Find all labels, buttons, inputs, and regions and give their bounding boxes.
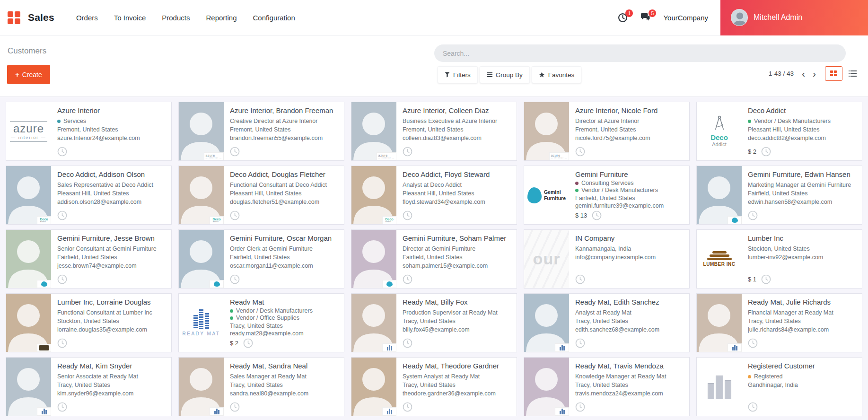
customer-card[interactable]: Ready Mat, Travis MendozaKnowledge Manag… [524,357,690,416]
email: addison.olson28@example.com [57,198,167,206]
group-by-button[interactable]: Group By [480,66,530,83]
pager-prev-icon[interactable]: ‹ [799,69,807,79]
job-title: Production Supervisor at Ready Mat [403,308,512,317]
customer-card[interactable]: ourIN CompanyKannamangala, Indiainfo@com… [524,229,690,289]
activity-clock-icon[interactable] [575,147,585,157]
messages-icon[interactable]: 5 [640,13,651,22]
activity-clock-icon[interactable] [403,274,412,284]
customer-card[interactable]: Ready Mat, Kim SnyderSenior Associate at… [6,357,172,416]
location: Fremont, United States [230,125,339,134]
in-company-logo: our [524,230,569,288]
activity-clock-icon[interactable] [592,210,602,220]
job-title: Director at Azure Interior [575,117,684,125]
pager-range: 1-43 / 43 [769,70,794,77]
activity-clock-icon[interactable] [403,402,412,412]
customer-card[interactable]: Ready Mat, Billy FoxProduction Superviso… [351,293,517,352]
company-badge-deco: DecoAddict [382,216,396,224]
messages-badge: 5 [649,9,656,17]
contact-photo: DecoAddict [6,166,51,224]
user-name: Mitchell Admin [754,13,802,22]
amount-badge: $ 13 [575,212,587,219]
activity-clock-icon[interactable] [748,210,758,220]
email: oscar.morgan11@example.com [230,262,339,270]
activity-clock-icon[interactable] [230,210,240,220]
activity-clock-icon[interactable] [575,402,585,412]
company-badge-readymat [728,343,742,352]
customer-card[interactable]: Lumber Inc, Lorraine DouglasFunctional C… [6,293,172,352]
activity-clock-icon[interactable] [403,147,412,157]
customer-card[interactable]: azure— interior —Azure Interior, Brandon… [178,102,344,161]
customer-card[interactable]: Ready Mat, Sandra NealSales Manager at R… [178,357,344,416]
activity-clock-icon[interactable] [57,210,67,220]
location: Fairfield, United States [575,194,684,201]
company-badge-azure: azure— interior — [204,152,224,160]
activity-clock-icon[interactable] [403,338,412,348]
activity-clock-icon[interactable] [230,274,240,284]
activity-clock-icon[interactable] [761,147,771,157]
activity-clock-icon[interactable] [230,402,240,412]
filters-button[interactable]: Filters [438,66,478,83]
customer-card[interactable]: DecoAddictDeco Addict, Addison OlsonSale… [6,166,172,225]
customer-card[interactable]: Ready Mat, Edith SanchezAnalyst at Ready… [524,293,690,352]
customer-card[interactable]: GeminiFurnitureGemini FurnitureConsultin… [524,166,690,225]
activity-clock-icon[interactable] [57,147,67,157]
menu-item-configuration[interactable]: Configuration [252,11,296,25]
activity-clock-icon[interactable] [57,274,67,284]
favorites-button[interactable]: Favorites [532,66,582,83]
menu-item-products[interactable]: Products [161,11,191,25]
lumber-inc-logo: LUMBER INC [703,251,736,267]
activity-clock-icon[interactable] [761,274,771,284]
activity-clock-icon[interactable] [57,338,67,348]
email: floyd.steward34@example.com [403,198,512,206]
email: deco.addict82@example.com [748,134,857,142]
activity-clock-icon[interactable]: 1 [618,13,628,23]
customer-card[interactable]: DecoAddictDeco AddictVendor / Desk Manuf… [696,102,862,161]
activity-clock-icon[interactable] [230,147,240,157]
customer-card[interactable]: Ready Mat, Julie RichardsFinancial Manag… [696,293,862,352]
customer-card[interactable]: Registered CustomerRegisteredGandhinagar… [696,357,862,416]
list-view-button[interactable] [845,66,859,81]
customer-card[interactable]: LUMBER INCLumber IncStockton, United Sta… [696,229,862,289]
location: Fairfield, United States [57,253,167,262]
kanban-view-button[interactable] [825,66,842,81]
activity-clock-icon[interactable] [403,210,412,220]
menu-item-reporting[interactable]: Reporting [205,11,237,25]
customer-card[interactable]: DecoAddictDeco Addict, Floyd StewardAnal… [351,166,517,225]
activity-clock-icon[interactable] [748,338,758,348]
tag-dot [230,309,233,313]
activity-clock-icon[interactable] [57,402,67,412]
customer-card[interactable]: azure— interior —Azure Interior, Nicole … [524,102,690,161]
activity-clock-icon[interactable] [243,338,253,348]
email: julie.richards84@example.com [748,325,857,334]
contact-photo [351,358,396,416]
customer-card[interactable]: Gemini Furniture, Edwin HansenMarketing … [696,166,862,225]
search-input[interactable] [434,44,846,62]
customer-card[interactable]: Gemini Furniture, Jesse BrownSenior Cons… [6,229,172,289]
customer-card[interactable]: DecoAddictDeco Addict, Douglas FletcherF… [178,166,344,225]
create-button[interactable]: +Create [7,65,50,84]
customer-card[interactable]: Gemini Furniture, Oscar MorganOrder Cler… [178,229,344,289]
person-photo-placeholder [6,294,51,352]
company-logo: READY MAT [179,294,224,352]
tag-label: Consulting Services [581,179,633,186]
job-title: Senior Consultant at Gemini Furniture [57,245,167,253]
email: lorraine.douglas35@example.com [57,325,167,334]
contact-photo: DecoAddict [179,166,224,224]
company-switcher[interactable]: YourCompany [663,14,708,22]
apps-grid-icon[interactable] [8,11,20,24]
activity-clock-icon[interactable] [748,402,758,412]
activity-clock-icon[interactable] [575,274,585,284]
customer-card[interactable]: azure— interior —Azure Interior, Colleen… [351,102,517,161]
funnel-icon [445,72,450,78]
customer-card[interactable]: azure— interior —Azure InteriorServicesF… [6,102,172,161]
pager-next-icon[interactable]: › [810,69,818,79]
customer-card[interactable]: Gemini Furniture, Soham PalmerDirector a… [351,229,517,289]
app-name[interactable]: Sales [28,12,54,23]
customer-card[interactable]: READY MATReady MatVendor / Desk Manufact… [178,293,344,352]
menu-item-orders[interactable]: Orders [75,11,99,25]
user-menu[interactable]: Mitchell Admin [720,0,868,35]
activity-clock-icon[interactable] [575,338,585,348]
menu-item-to-invoice[interactable]: To Invoice [113,11,147,25]
customer-card[interactable]: Ready Mat, Theodore GardnerSystem Analys… [351,357,517,416]
breadcrumb[interactable]: Customers [8,46,46,56]
